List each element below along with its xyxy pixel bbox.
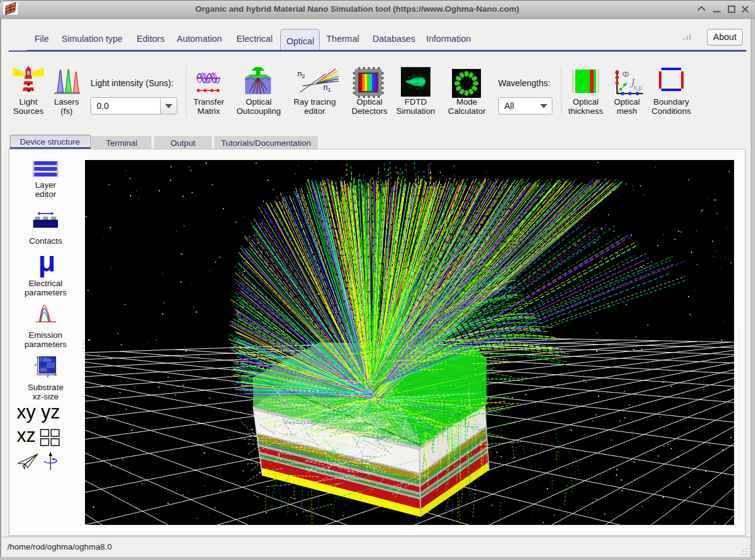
svg-text:x: x — [34, 362, 37, 367]
svg-text:n,p: n,p — [634, 84, 642, 91]
svg-text:n1: n1 — [323, 82, 331, 93]
svg-text:n2: n2 — [297, 69, 305, 79]
svg-text:Φ: Φ — [622, 69, 629, 79]
svg-text:z: z — [47, 374, 49, 377]
